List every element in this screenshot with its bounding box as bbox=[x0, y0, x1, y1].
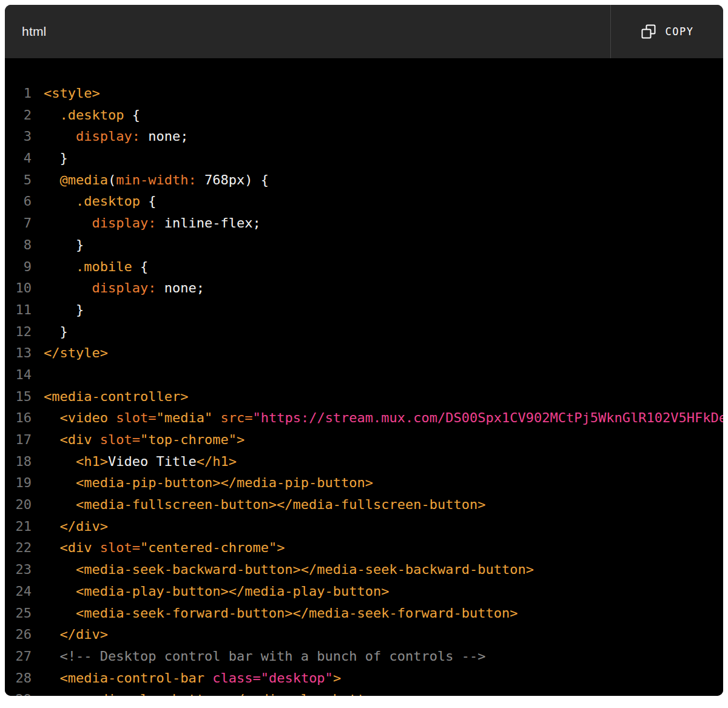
line-number: 17 bbox=[5, 429, 32, 451]
code-line: 20 <media-fullscreen-button></media-full… bbox=[5, 494, 723, 516]
line-number: 11 bbox=[5, 299, 32, 321]
line-number: 24 bbox=[5, 581, 32, 602]
code-line: 25 <media-seek-forward-button></media-se… bbox=[5, 602, 723, 624]
code-line: 11 } bbox=[5, 299, 723, 321]
code-text: .mobile { bbox=[32, 256, 148, 278]
code-text: } bbox=[32, 147, 68, 169]
code-text: <div slot="centered-chrome"> bbox=[32, 537, 285, 559]
code-header: html COPY bbox=[5, 5, 723, 58]
line-number: 16 bbox=[5, 407, 32, 429]
line-number: 26 bbox=[5, 624, 32, 646]
code-text: <video slot="media" src="https://stream.… bbox=[32, 407, 723, 429]
code-text: @media(min-width: 768px) { bbox=[32, 169, 269, 191]
line-number: 9 bbox=[5, 256, 32, 278]
line-number: 7 bbox=[5, 212, 32, 234]
line-number: 13 bbox=[5, 342, 32, 364]
code-line: 6 .desktop { bbox=[5, 190, 723, 212]
line-number: 4 bbox=[5, 147, 32, 169]
line-number: 22 bbox=[5, 537, 32, 559]
code-line: 19 <media-pip-button></media-pip-button> bbox=[5, 472, 723, 494]
code-lines: 1<style>2 .desktop {3 display: none;4 }5… bbox=[5, 83, 723, 696]
code-text: display: inline-flex; bbox=[32, 212, 261, 234]
code-line: 2 .desktop { bbox=[5, 104, 723, 126]
code-area[interactable]: 1<style>2 .desktop {3 display: none;4 }5… bbox=[5, 58, 723, 696]
code-line: 21 </div> bbox=[5, 516, 723, 538]
line-number: 1 bbox=[5, 83, 32, 104]
code-line: 1<style> bbox=[5, 83, 723, 104]
code-text: <media-pip-button></media-pip-button> bbox=[32, 472, 373, 494]
line-number: 2 bbox=[5, 104, 32, 126]
line-number: 10 bbox=[5, 277, 32, 299]
code-text: <media-seek-backward-button></media-seek… bbox=[32, 559, 534, 581]
code-text: <media-controller> bbox=[32, 386, 188, 408]
code-line: 17 <div slot="top-chrome"> bbox=[5, 429, 723, 451]
code-line: 4 } bbox=[5, 147, 723, 169]
code-block: html COPY 1<style>2 .desktop {3 display:… bbox=[5, 5, 723, 696]
code-text: <div slot="top-chrome"> bbox=[32, 429, 244, 451]
line-number: 18 bbox=[5, 451, 32, 473]
line-number: 8 bbox=[5, 234, 32, 256]
line-number: 21 bbox=[5, 516, 32, 538]
code-line: 9 .mobile { bbox=[5, 256, 723, 278]
line-number: 3 bbox=[5, 126, 32, 147]
code-text: <h1>Video Title</h1> bbox=[32, 451, 237, 473]
code-line: 24 <media-play-button></media-play-butto… bbox=[5, 581, 723, 602]
line-number: 23 bbox=[5, 559, 32, 581]
code-line: 12 } bbox=[5, 321, 723, 343]
code-line: 28 <media-control-bar class="desktop"> bbox=[5, 667, 723, 689]
code-line: 14 bbox=[5, 364, 723, 386]
code-text: <media-control-bar class="desktop"> bbox=[32, 667, 341, 689]
line-number: 25 bbox=[5, 602, 32, 624]
line-number: 20 bbox=[5, 494, 32, 516]
code-line: 29 <media-play-button></media-play-butto… bbox=[5, 689, 723, 696]
line-number: 27 bbox=[5, 646, 32, 667]
code-line: 27 <!-- Desktop control bar with a bunch… bbox=[5, 646, 723, 667]
line-number: 15 bbox=[5, 386, 32, 408]
code-line: 13</style> bbox=[5, 342, 723, 364]
code-line: 3 display: none; bbox=[5, 126, 723, 147]
code-text: </style> bbox=[32, 342, 108, 364]
line-number: 28 bbox=[5, 667, 32, 689]
code-line: 15<media-controller> bbox=[5, 386, 723, 408]
code-line: 7 display: inline-flex; bbox=[5, 212, 723, 234]
code-text: <!-- Desktop control bar with a bunch of… bbox=[32, 646, 486, 667]
code-text: <media-play-button></media-play-button> bbox=[32, 581, 389, 602]
language-label: html bbox=[5, 5, 46, 58]
code-line: 23 <media-seek-backward-button></media-s… bbox=[5, 559, 723, 581]
code-text: <style> bbox=[32, 83, 100, 104]
code-text: <media-seek-forward-button></media-seek-… bbox=[32, 602, 517, 624]
copy-icon bbox=[641, 24, 656, 39]
code-text: } bbox=[32, 321, 68, 343]
code-text: <media-fullscreen-button></media-fullscr… bbox=[32, 494, 486, 516]
code-text: .desktop { bbox=[32, 104, 140, 126]
line-number: 19 bbox=[5, 472, 32, 494]
code-line: 16 <video slot="media" src="https://stre… bbox=[5, 407, 723, 429]
code-line: 26 </div> bbox=[5, 624, 723, 646]
code-text: display: none; bbox=[32, 277, 204, 299]
line-number: 14 bbox=[5, 364, 32, 386]
copy-button[interactable]: COPY bbox=[610, 5, 723, 58]
code-text bbox=[32, 364, 44, 386]
code-text: display: none; bbox=[32, 126, 188, 147]
code-line: 10 display: none; bbox=[5, 277, 723, 299]
line-number: 29 bbox=[5, 689, 32, 696]
line-number: 12 bbox=[5, 321, 32, 343]
code-line: 18 <h1>Video Title</h1> bbox=[5, 451, 723, 473]
code-line: 5 @media(min-width: 768px) { bbox=[5, 169, 723, 191]
line-number: 6 bbox=[5, 190, 32, 212]
code-text: <media-play-button></media-play-button> bbox=[32, 689, 389, 696]
code-text: .desktop { bbox=[32, 190, 156, 212]
code-text: } bbox=[32, 299, 84, 321]
line-number: 5 bbox=[5, 169, 32, 191]
code-text: </div> bbox=[32, 516, 108, 538]
code-text: </div> bbox=[32, 624, 108, 646]
code-line: 22 <div slot="centered-chrome"> bbox=[5, 537, 723, 559]
code-line: 8 } bbox=[5, 234, 723, 256]
code-text: } bbox=[32, 234, 84, 256]
copy-button-label: COPY bbox=[666, 25, 694, 38]
